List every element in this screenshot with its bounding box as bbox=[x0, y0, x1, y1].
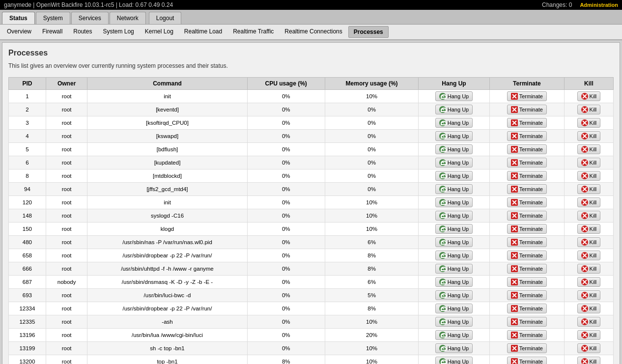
hangup-button[interactable]: Hang Up bbox=[435, 105, 473, 114]
kill-button[interactable]: Kill bbox=[577, 251, 601, 260]
terminate-button[interactable]: Terminate bbox=[507, 277, 547, 287]
hangup-button[interactable]: Hang Up bbox=[435, 224, 473, 234]
table-row: 1rootinit0%10% Hang Up Terminate Kill bbox=[9, 90, 614, 103]
kill-button[interactable]: Kill bbox=[577, 131, 601, 141]
terminate-button[interactable]: Terminate bbox=[507, 330, 547, 340]
subnav-firewall[interactable]: Firewall bbox=[37, 26, 67, 38]
kill-button[interactable]: Kill bbox=[577, 277, 601, 287]
kill-button[interactable]: Kill bbox=[577, 171, 601, 181]
cell-command: init bbox=[87, 90, 247, 103]
terminate-button[interactable]: Terminate bbox=[507, 211, 547, 221]
hangup-button[interactable]: Hang Up bbox=[435, 118, 473, 128]
terminate-button[interactable]: Terminate bbox=[507, 158, 547, 168]
terminate-button[interactable]: Terminate bbox=[507, 264, 547, 274]
tab-status[interactable]: Status bbox=[2, 12, 35, 24]
kill-button[interactable]: Kill bbox=[577, 317, 601, 327]
kill-button[interactable]: Kill bbox=[577, 105, 601, 114]
table-row: 12335root-ash0%10% Hang Up Terminate Kil… bbox=[9, 315, 614, 329]
cell-mem: 10% bbox=[325, 315, 418, 329]
hangup-button[interactable]: Hang Up bbox=[435, 237, 473, 247]
subnav-realtimetraffic[interactable]: Realtime Traffic bbox=[228, 26, 279, 38]
hangup-button[interactable]: Hang Up bbox=[435, 197, 473, 207]
tab-system[interactable]: System bbox=[36, 12, 70, 24]
subnav-routes[interactable]: Routes bbox=[68, 26, 97, 38]
tab-network[interactable]: Network bbox=[110, 12, 146, 24]
cell-cpu: 0% bbox=[247, 236, 325, 249]
hangup-icon bbox=[439, 305, 446, 312]
subnav-systemlog[interactable]: System Log bbox=[98, 26, 139, 38]
subnav-processes[interactable]: Processes bbox=[348, 26, 389, 38]
hangup-button[interactable]: Hang Up bbox=[435, 171, 473, 181]
terminate-button[interactable]: Terminate bbox=[507, 357, 547, 364]
terminate-icon bbox=[511, 172, 518, 179]
terminate-button[interactable]: Terminate bbox=[507, 144, 547, 154]
kill-button[interactable]: Kill bbox=[577, 158, 601, 168]
subnav-realtimeload[interactable]: Realtime Load bbox=[179, 26, 227, 38]
kill-button[interactable]: Kill bbox=[577, 264, 601, 274]
kill-button[interactable]: Kill bbox=[577, 357, 601, 364]
terminate-button[interactable]: Terminate bbox=[507, 317, 547, 327]
terminate-button[interactable]: Terminate bbox=[507, 105, 547, 114]
kill-button[interactable]: Kill bbox=[577, 211, 601, 221]
terminate-button[interactable]: Terminate bbox=[507, 91, 547, 101]
hangup-button[interactable]: Hang Up bbox=[435, 290, 473, 300]
cell-owner: root bbox=[46, 183, 87, 196]
cell-mem: 0% bbox=[325, 183, 418, 196]
hangup-button[interactable]: Hang Up bbox=[435, 277, 473, 287]
kill-icon bbox=[581, 239, 588, 246]
terminate-button[interactable]: Terminate bbox=[507, 290, 547, 300]
cell-kill: Kill bbox=[564, 289, 613, 302]
hangup-button[interactable]: Hang Up bbox=[435, 131, 473, 141]
hangup-button[interactable]: Hang Up bbox=[435, 184, 473, 194]
hangup-button[interactable]: Hang Up bbox=[435, 211, 473, 221]
hangup-button[interactable]: Hang Up bbox=[435, 317, 473, 327]
kill-button[interactable]: Kill bbox=[577, 91, 601, 101]
cell-pid: 94 bbox=[9, 183, 46, 196]
hangup-button[interactable]: Hang Up bbox=[435, 91, 473, 101]
cell-hangup: Hang Up bbox=[419, 130, 490, 143]
cell-pid: 150 bbox=[9, 223, 46, 236]
hangup-button[interactable]: Hang Up bbox=[435, 264, 473, 274]
subnav-kernellog[interactable]: Kernel Log bbox=[140, 26, 178, 38]
kill-button[interactable]: Kill bbox=[577, 290, 601, 300]
hangup-button[interactable]: Hang Up bbox=[435, 357, 473, 364]
kill-button[interactable]: Kill bbox=[577, 237, 601, 247]
hangup-button[interactable]: Hang Up bbox=[435, 158, 473, 168]
cell-pid: 12335 bbox=[9, 315, 46, 329]
subnav-realtimeconnections[interactable]: Realtime Connections bbox=[280, 26, 347, 38]
terminate-icon bbox=[511, 358, 518, 364]
tab-services[interactable]: Services bbox=[71, 12, 109, 24]
tab-logout[interactable]: Logout bbox=[149, 12, 182, 24]
terminate-button[interactable]: Terminate bbox=[507, 343, 547, 353]
kill-icon bbox=[581, 292, 588, 299]
subnav-overview[interactable]: Overview bbox=[2, 26, 36, 38]
svg-point-91 bbox=[440, 266, 446, 272]
kill-button[interactable]: Kill bbox=[577, 144, 601, 154]
col-terminate: Terminate bbox=[489, 78, 564, 90]
kill-button[interactable]: Kill bbox=[577, 330, 601, 340]
terminate-icon bbox=[511, 186, 518, 193]
kill-button[interactable]: Kill bbox=[577, 343, 601, 353]
terminate-button[interactable]: Terminate bbox=[507, 131, 547, 141]
hangup-button[interactable]: Hang Up bbox=[435, 330, 473, 340]
hangup-button[interactable]: Hang Up bbox=[435, 144, 473, 154]
hangup-icon bbox=[439, 212, 446, 219]
terminate-button[interactable]: Terminate bbox=[507, 184, 547, 194]
cell-owner: root bbox=[46, 342, 87, 355]
hangup-button[interactable]: Hang Up bbox=[435, 251, 473, 260]
terminate-button[interactable]: Terminate bbox=[507, 304, 547, 313]
kill-button[interactable]: Kill bbox=[577, 118, 601, 128]
terminate-button[interactable]: Terminate bbox=[507, 224, 547, 234]
hangup-button[interactable]: Hang Up bbox=[435, 304, 473, 313]
kill-button[interactable]: Kill bbox=[577, 184, 601, 194]
terminate-button[interactable]: Terminate bbox=[507, 197, 547, 207]
terminate-button[interactable]: Terminate bbox=[507, 251, 547, 260]
terminate-button[interactable]: Terminate bbox=[507, 118, 547, 128]
kill-button[interactable]: Kill bbox=[577, 197, 601, 207]
admin-link[interactable]: Administration bbox=[580, 2, 618, 8]
terminate-button[interactable]: Terminate bbox=[507, 237, 547, 247]
kill-button[interactable]: Kill bbox=[577, 304, 601, 313]
kill-button[interactable]: Kill bbox=[577, 224, 601, 234]
hangup-button[interactable]: Hang Up bbox=[435, 343, 473, 353]
terminate-button[interactable]: Terminate bbox=[507, 171, 547, 181]
